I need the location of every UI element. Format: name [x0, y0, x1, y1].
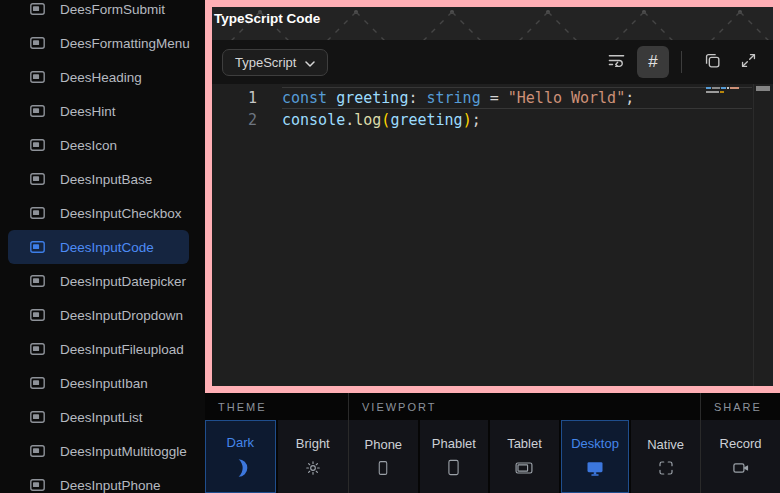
record-icon [731, 458, 751, 478]
copy-button[interactable] [697, 47, 727, 77]
demo-title: TypeScript Code [214, 11, 320, 26]
sidebar-item-DeesInputDatepicker[interactable]: DeesInputDatepicker [8, 264, 189, 298]
component-icon [30, 37, 45, 49]
code-content[interactable]: const greeting: string = "Hello World";c… [282, 87, 752, 386]
code-editor: TypeScript # 12 const greeting: string =… [212, 40, 773, 386]
desktop-button[interactable]: Desktop [561, 420, 630, 493]
sidebar-item-DeesInputBase[interactable]: DeesInputBase [8, 162, 189, 196]
component-icon [30, 71, 45, 83]
button-label: Bright [296, 436, 330, 451]
scrollbar-thumb[interactable] [756, 86, 770, 91]
sidebar-item-DeesInputCode[interactable]: DeesInputCode [8, 230, 189, 264]
button-label: Dark [227, 435, 254, 450]
button-label: Phone [365, 437, 403, 452]
component-icon [30, 275, 45, 287]
tablet-icon [514, 458, 534, 478]
component-icon [30, 309, 45, 321]
sidebar-item-label: DeesInputIban [60, 376, 148, 391]
button-label: Native [647, 437, 684, 452]
section-label: THEME [205, 393, 348, 420]
code-area[interactable]: 12 const greeting: string = "Hello World… [212, 84, 773, 386]
button-label: Phablet [432, 436, 476, 451]
phablet-button[interactable]: Phablet [420, 420, 489, 493]
sidebar-item-DeesIcon[interactable]: DeesIcon [8, 128, 189, 162]
gutter: 12 [212, 87, 282, 386]
bottom-toolbar: THEMEDarkBrightVIEWPORTPhonePhabletTable… [205, 393, 780, 493]
sidebar-item-DeesFormattingMenu[interactable]: DeesFormattingMenu [8, 26, 189, 60]
bright-button[interactable]: Bright [278, 420, 349, 493]
sidebar: DeesFormSubmitDeesFormattingMenuDeesHead… [0, 0, 205, 493]
sidebar-item-DeesInputList[interactable]: DeesInputList [8, 400, 189, 434]
button-label: Desktop [571, 436, 619, 451]
sidebar-item-DeesInputPhone[interactable]: DeesInputPhone [8, 468, 189, 493]
editor-toolbar: TypeScript # [212, 40, 773, 84]
sidebar-item-label: DeesInputList [60, 410, 143, 425]
sidebar-item-DeesHint[interactable]: DeesHint [8, 94, 189, 128]
sidebar-item-label: DeesInputCode [60, 240, 154, 255]
sidebar-item-DeesInputDropdown[interactable]: DeesInputDropdown [8, 298, 189, 332]
sidebar-item-label: DeesInputFileupload [60, 342, 184, 357]
sidebar-item-label: DeesInputMultitoggle [60, 444, 187, 459]
component-icon [30, 343, 45, 355]
component-demo-frame: TypeScript Code TypeScript # 12 const gr… [205, 0, 780, 393]
dark-button[interactable]: Dark [205, 420, 276, 493]
sun-icon [303, 458, 323, 478]
sidebar-item-DeesHeading[interactable]: DeesHeading [8, 60, 189, 94]
scrollbar[interactable] [753, 84, 773, 386]
language-select[interactable]: TypeScript [222, 49, 328, 76]
sidebar-list: DeesFormSubmitDeesFormattingMenuDeesHead… [0, 0, 205, 493]
button-label: Tablet [507, 436, 542, 451]
component-icon [30, 3, 45, 15]
sidebar-item-label: DeesInputPhone [60, 478, 161, 493]
editor-toolbar-actions: # [595, 46, 763, 78]
word-wrap-button[interactable] [601, 47, 631, 77]
phone-icon [374, 459, 392, 477]
language-select-label: TypeScript [235, 55, 296, 70]
toolbar-divider [681, 51, 682, 73]
toolbar-section-viewport: VIEWPORTPhonePhabletTabletDesktopNative [348, 393, 700, 493]
moon-icon [229, 457, 251, 479]
sidebar-item-DeesInputFileupload[interactable]: DeesInputFileupload [8, 332, 189, 366]
sidebar-item-DeesInputMultitoggle[interactable]: DeesInputMultitoggle [8, 434, 189, 468]
copy-icon [703, 51, 722, 73]
sidebar-item-DeesInputIban[interactable]: DeesInputIban [8, 366, 189, 400]
line-numbers-button[interactable]: # [637, 46, 669, 78]
app: DeesFormSubmitDeesFormattingMenuDeesHead… [0, 0, 780, 493]
line-number: 2 [212, 109, 257, 131]
code-line: const greeting: string = "Hello World"; [282, 87, 752, 109]
word-wrap-icon [607, 51, 626, 73]
sidebar-item-label: DeesInputBase [60, 172, 152, 187]
component-icon [30, 139, 45, 151]
phone-button[interactable]: Phone [349, 420, 418, 493]
sidebar-item-label: DeesHeading [60, 70, 142, 85]
sidebar-item-label: DeesInputDatepicker [60, 274, 186, 289]
toolbar-section-theme: THEMEDarkBright [205, 393, 348, 493]
component-icon [30, 411, 45, 423]
expand-icon [739, 51, 758, 73]
section-label: SHARE [701, 393, 780, 420]
expand-button[interactable] [733, 47, 763, 77]
sidebar-item-label: DeesInputDropdown [60, 308, 183, 323]
component-icon [30, 105, 45, 117]
button-label: Record [720, 436, 762, 451]
native-button[interactable]: Native [631, 420, 700, 493]
component-icon [30, 479, 45, 491]
sidebar-item-DeesInputCheckbox[interactable]: DeesInputCheckbox [8, 196, 189, 230]
native-icon [657, 459, 675, 477]
phablet-icon [444, 458, 463, 477]
minimap[interactable] [706, 86, 748, 94]
record-button[interactable]: Record [701, 420, 780, 493]
sidebar-item-label: DeesHint [60, 104, 116, 119]
toolbar-section-share: SHARERecord [700, 393, 780, 493]
code-line: console.log(greeting); [282, 109, 752, 131]
tablet-button[interactable]: Tablet [490, 420, 559, 493]
sidebar-item-DeesFormSubmit[interactable]: DeesFormSubmit [8, 0, 189, 26]
line-number: 1 [212, 87, 257, 109]
chevron-down-icon [305, 55, 315, 70]
desktop-icon [585, 458, 605, 478]
component-icon [30, 377, 45, 389]
sidebar-item-label: DeesInputCheckbox [60, 206, 182, 221]
sidebar-item-label: DeesFormattingMenu [60, 36, 190, 51]
component-icon [30, 241, 45, 253]
component-icon [30, 207, 45, 219]
